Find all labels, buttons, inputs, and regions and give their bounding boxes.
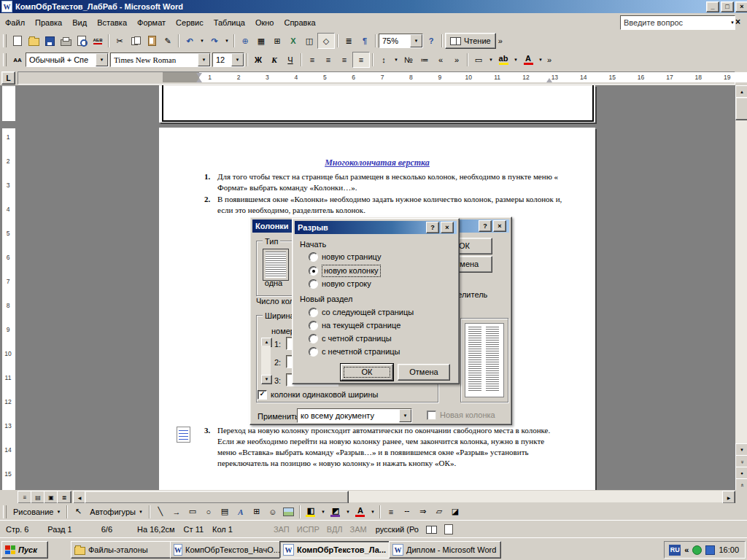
new-document-icon[interactable] — [9, 34, 26, 48]
read-mode-button[interactable]: Чтение — [445, 33, 496, 49]
restore-button[interactable]: □ — [721, 1, 734, 12]
ask-question-input[interactable]: Введите вопрос ▼ — [620, 15, 735, 30]
numbered-list-icon[interactable]: № — [400, 52, 417, 67]
insert-table-icon[interactable]: ⊞ — [269, 34, 285, 48]
menu-file[interactable]: Файл — [0, 15, 30, 30]
taskbar-button-word-2-active[interactable]: W КомпОбрТекстов_Ла... — [279, 541, 392, 559]
tray-expand-icon[interactable]: « — [684, 545, 689, 554]
copy-icon[interactable] — [128, 34, 144, 48]
increase-indent-icon[interactable]: » — [449, 52, 465, 67]
zoom-combo[interactable]: 75% ▼ — [379, 34, 423, 48]
align-right-icon[interactable]: ≡ — [336, 52, 352, 67]
language-indicator[interactable]: RU — [669, 545, 681, 556]
cut-icon[interactable]: ✂ — [112, 34, 128, 48]
vertical-scrollbar[interactable]: ▲ ▼ « ● « — [735, 85, 747, 490]
borders-icon[interactable]: ▭ — [471, 52, 487, 67]
minimize-button[interactable]: _ — [706, 1, 719, 12]
style-dropdown-icon[interactable]: ▼ — [96, 53, 108, 66]
redo-icon[interactable]: ↷ — [206, 34, 222, 48]
radio-next-page[interactable]: со следующей страницы — [309, 307, 414, 318]
arrow-style-icon[interactable]: ⇒ — [415, 505, 431, 519]
highlight-icon[interactable]: ab — [495, 52, 511, 67]
page-current[interactable]: Многоколончатая верстка 1. Для того чтоб… — [159, 128, 595, 490]
taskbar-button-word-3[interactable]: W Диплом - Microsoft Word — [389, 541, 501, 559]
view-normal-icon[interactable]: ≡ — [18, 491, 32, 504]
status-overtype-mode[interactable]: ЗАМ — [350, 525, 367, 534]
line-spacing-icon[interactable]: ↕ — [376, 52, 392, 67]
text-box-icon[interactable]: ▤ — [217, 505, 233, 519]
break-ok-button[interactable]: ОК — [341, 364, 393, 381]
tables-and-borders-icon[interactable]: ▦ — [253, 34, 269, 48]
align-left-icon[interactable]: ≡ — [304, 52, 320, 67]
columns-list-scrollbar[interactable] — [261, 346, 271, 375]
fill-color-icon[interactable]: ◧ — [303, 505, 319, 519]
font-color-dropdown-icon[interactable]: ▼ — [536, 52, 545, 67]
fill-color-dropdown-icon[interactable]: ▼ — [319, 505, 328, 519]
bold-icon[interactable]: Ж — [250, 52, 266, 67]
zoom-dropdown-icon[interactable]: ▼ — [410, 34, 422, 47]
line-style-icon[interactable]: ≡ — [383, 505, 399, 519]
dash-style-icon[interactable]: ╌ — [399, 505, 415, 519]
status-record-mode[interactable]: ЗАП — [274, 525, 290, 534]
wordart-icon[interactable]: А — [233, 505, 249, 519]
radio-odd-page[interactable]: с нечетной страницы — [309, 346, 400, 357]
font-color-dropdown-icon[interactable]: ▼ — [368, 505, 377, 519]
right-indent-marker[interactable] — [546, 78, 552, 82]
first-line-indent-marker[interactable] — [196, 73, 202, 77]
help-icon[interactable]: ? — [423, 34, 439, 48]
paste-icon[interactable] — [144, 34, 160, 48]
close-document-icon[interactable]: × — [735, 17, 740, 27]
font-size-combo[interactable]: 12 ▼ — [212, 52, 244, 67]
three-d-style-icon[interactable]: ◪ — [447, 505, 463, 519]
spelling-status-icon[interactable] — [426, 526, 437, 534]
apply-to-combo[interactable]: ко всему документу ▼ — [297, 408, 412, 423]
format-painter-icon[interactable]: ✎ — [160, 34, 176, 48]
radio-new-page[interactable]: новую страницу — [309, 252, 381, 262]
draw-menu-button[interactable]: Рисование ▼ — [9, 505, 64, 519]
preset-one-thumbnail[interactable] — [263, 249, 289, 281]
font-color-icon[interactable]: А — [520, 52, 536, 67]
close-button[interactable]: × — [735, 1, 747, 12]
menu-view[interactable]: Вид — [67, 15, 92, 30]
dialog-close-icon[interactable]: × — [493, 220, 506, 232]
taskbar-button-word-1[interactable]: W КомпОбрТекстов_НачО... — [170, 541, 282, 559]
scrollbar-thumb[interactable] — [735, 97, 747, 120]
styles-panel-icon[interactable]: АА — [9, 52, 26, 67]
drawing-toggle-icon[interactable]: ◇ — [317, 33, 335, 49]
spelling-icon[interactable]: АБВ — [90, 34, 106, 48]
menu-tools[interactable]: Сервис — [171, 15, 209, 30]
save-icon[interactable] — [42, 34, 58, 48]
columns-icon[interactable]: ◫ — [301, 34, 317, 48]
line-icon[interactable]: ╲ — [152, 505, 169, 519]
tray-icon-1[interactable] — [692, 545, 702, 555]
toolbar-grip[interactable] — [3, 34, 7, 47]
size-dropdown-icon[interactable]: ▼ — [231, 53, 244, 66]
oval-icon[interactable]: ○ — [201, 505, 217, 519]
toolbar-grip[interactable] — [3, 505, 7, 518]
rectangle-icon[interactable]: ▭ — [185, 505, 201, 519]
select-objects-icon[interactable]: ↖ — [70, 505, 86, 519]
radio-even-page[interactable]: с четной страницы — [309, 333, 392, 344]
start-button[interactable]: Пуск — [1, 541, 48, 559]
insert-picture-icon[interactable] — [281, 505, 297, 519]
menu-table[interactable]: Таблица — [209, 15, 250, 30]
radio-current-page[interactable]: на текущей странице — [309, 320, 400, 331]
taskbar-button-folder[interactable]: Файлы-эталоны — [71, 541, 173, 559]
clip-art-icon[interactable]: ☺ — [265, 505, 281, 519]
align-center-icon[interactable]: ≡ — [320, 52, 336, 67]
tab-selector[interactable]: L — [1, 71, 15, 85]
horizontal-ruler[interactable]: 12345678910111213141516171819 — [18, 71, 735, 85]
status-extend-mode[interactable]: ВДЛ — [327, 525, 343, 534]
italic-icon[interactable]: К — [266, 52, 282, 67]
hanging-indent-marker[interactable] — [196, 78, 202, 82]
autoshapes-menu-button[interactable]: Автофигуры ▼ — [86, 505, 147, 519]
arrow-icon[interactable]: → — [169, 505, 185, 519]
font-dropdown-icon[interactable]: ▼ — [198, 53, 210, 66]
vertical-ruler[interactable]: 123456789101112131415 — [1, 85, 15, 490]
menu-edit[interactable]: Правка — [30, 15, 67, 30]
menu-help[interactable]: Справка — [279, 15, 320, 30]
align-justify-icon[interactable]: ≡ — [352, 52, 370, 68]
decrease-indent-icon[interactable]: « — [433, 52, 449, 67]
font-color-icon[interactable]: А — [352, 505, 368, 519]
break-cancel-button[interactable]: Отмена — [398, 364, 450, 381]
